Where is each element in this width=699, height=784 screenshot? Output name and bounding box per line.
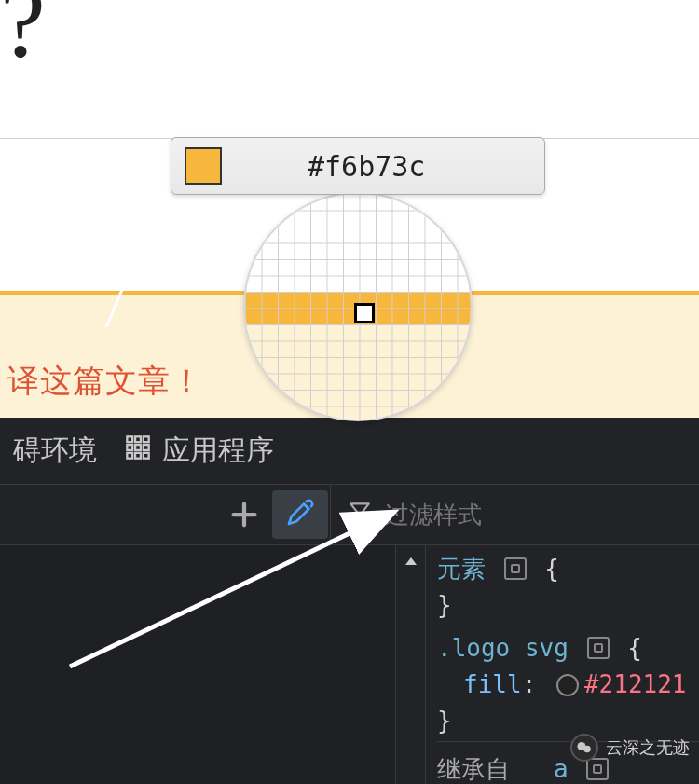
banner-text: 译这篇文章！ <box>7 360 203 403</box>
svg-point-17 <box>583 746 591 753</box>
svg-rect-3 <box>144 436 149 442</box>
node-highlight-icon[interactable] <box>504 557 527 580</box>
question-mark-text: ? <box>0 0 46 81</box>
filter-styles-input[interactable] <box>385 501 699 529</box>
svg-rect-2 <box>135 436 141 442</box>
rule-selector: 元素 <box>437 555 486 583</box>
svg-rect-5 <box>135 445 141 450</box>
svg-rect-6 <box>144 445 149 450</box>
rule-element: 元素 { } <box>437 551 699 626</box>
brace: { <box>544 555 559 583</box>
tab-accessibility[interactable]: 碍环境 <box>4 424 106 477</box>
svg-rect-8 <box>135 453 141 459</box>
tab-application[interactable]: 应用程序 <box>116 424 283 477</box>
node-highlight-icon[interactable] <box>587 637 610 659</box>
inherit-tag[interactable]: a <box>554 755 569 783</box>
scroll-up-button[interactable] <box>404 551 418 784</box>
eyedropper-icon <box>285 498 315 531</box>
tab-accessibility-label: 碍环境 <box>13 432 97 470</box>
devtools-toolbar: 碍环境 应用程序 <box>0 418 699 485</box>
devtools-panel: 碍环境 应用程序 <box>0 418 699 784</box>
loupe-target-pixel <box>354 303 375 323</box>
svg-rect-7 <box>127 453 132 459</box>
new-rule-button[interactable] <box>222 492 267 537</box>
svg-rect-1 <box>127 436 132 442</box>
filter-icon <box>348 500 372 530</box>
color-tooltip: #f6b73c <box>171 137 545 195</box>
rule-logo-svg: .logo svg { fill: #212121 } <box>437 630 699 742</box>
css-prop[interactable]: fill <box>463 670 522 698</box>
color-swatch <box>185 147 222 185</box>
color-swatch-icon[interactable] <box>556 674 579 696</box>
grid-apps-icon <box>125 434 151 467</box>
tab-application-label: 应用程序 <box>162 432 274 470</box>
watermark: 云深之无迹 <box>570 734 690 762</box>
rule-selector: .logo svg <box>437 634 569 662</box>
svg-marker-12 <box>350 503 369 522</box>
svg-rect-4 <box>127 445 132 450</box>
brace: } <box>437 591 452 619</box>
color-hex: #f6b73c <box>308 150 425 183</box>
inherit-label: 继承自 <box>437 755 510 783</box>
brace: } <box>437 707 452 735</box>
brace: { <box>627 634 642 662</box>
svg-rect-9 <box>144 453 149 459</box>
eyedropper-button[interactable] <box>272 490 328 539</box>
eyedropper-loupe <box>243 192 473 421</box>
svg-marker-13 <box>405 557 417 565</box>
watermark-text: 云深之无迹 <box>606 736 690 759</box>
css-value[interactable]: #212121 <box>584 670 687 698</box>
rules-toolbar <box>0 485 331 544</box>
dom-tree-panel[interactable] <box>0 545 396 784</box>
wechat-icon <box>570 734 598 762</box>
